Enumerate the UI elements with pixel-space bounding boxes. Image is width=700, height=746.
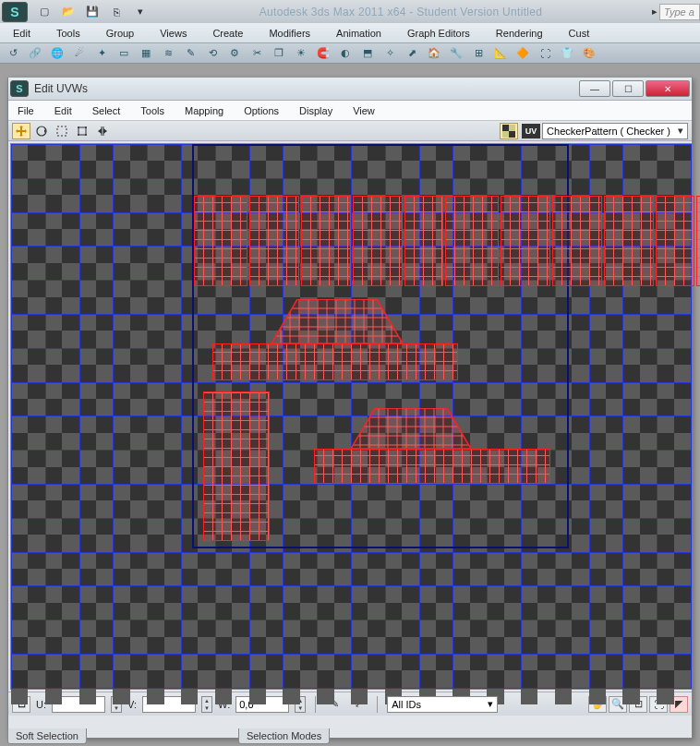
uv-island[interactable]: [604, 196, 654, 286]
maximize-button[interactable]: ☐: [612, 80, 644, 97]
tool-icon[interactable]: ⬈: [403, 45, 421, 62]
soft-selection-tab[interactable]: Soft Selection: [7, 728, 87, 744]
uv-canvas[interactable]: [10, 143, 692, 690]
move-icon[interactable]: [12, 123, 30, 139]
tool-icon[interactable]: 🎨: [580, 45, 598, 62]
save-icon[interactable]: 💾: [81, 3, 103, 21]
svg-rect-9: [509, 131, 515, 138]
uvw-menu: File Edit Select Tools Mapping Options D…: [8, 101, 692, 121]
uv-island[interactable]: [203, 391, 270, 541]
tool-icon[interactable]: ⊞: [469, 45, 488, 62]
tool-icon[interactable]: ☀: [292, 45, 310, 62]
uv-island[interactable]: [194, 196, 247, 286]
app-title: Autodesk 3ds Max 2011 x64 - Student Vers…: [151, 6, 650, 18]
svg-point-4: [85, 126, 87, 128]
tool-icon[interactable]: ⛶: [536, 45, 554, 62]
uvw-menu-display[interactable]: Display: [299, 105, 332, 116]
uv-island[interactable]: [656, 196, 694, 286]
quick-access-toolbar: ▢ 📂 💾 ⎘ ▾: [33, 3, 151, 21]
edit-uvws-window: S Edit UVWs — ☐ ✕ File Edit Select Tools…: [7, 78, 693, 739]
uvw-menu-file[interactable]: File: [18, 105, 34, 116]
tool-icon[interactable]: ❐: [270, 45, 288, 62]
tool-icon[interactable]: ↺: [4, 45, 22, 62]
tool-icon[interactable]: 👕: [558, 45, 576, 62]
uvw-menu-mapping[interactable]: Mapping: [185, 105, 223, 116]
search-input[interactable]: Type a: [659, 4, 700, 20]
uv-island[interactable]: [696, 196, 700, 286]
uv-island[interactable]: [353, 196, 403, 286]
tool-icon[interactable]: ✦: [92, 45, 111, 62]
svg-marker-11: [272, 299, 403, 343]
uv-island[interactable]: [301, 196, 351, 286]
tool-icon[interactable]: ▦: [137, 45, 155, 62]
uv-island[interactable]: [249, 196, 299, 286]
menu-modifiers[interactable]: Modifiers: [269, 28, 310, 39]
tool-icon[interactable]: ✎: [181, 45, 199, 62]
tool-icon[interactable]: ◐: [336, 45, 355, 62]
qat-dropdown-icon[interactable]: ▾: [129, 3, 151, 21]
tool-icon[interactable]: 📐: [491, 45, 510, 62]
v-spinner[interactable]: ▲▼: [201, 696, 212, 713]
new-file-icon[interactable]: ▢: [33, 3, 55, 21]
rotate-icon[interactable]: [32, 123, 51, 139]
svg-point-5: [78, 134, 79, 136]
tool-icon[interactable]: ✧: [380, 45, 399, 62]
uv-island[interactable]: [212, 343, 458, 380]
svg-point-3: [78, 126, 79, 128]
uvw-menu-edit[interactable]: Edit: [54, 105, 72, 116]
open-icon[interactable]: 📂: [57, 3, 79, 21]
uv-island[interactable]: [501, 196, 550, 286]
uv-island[interactable]: [314, 449, 550, 484]
uv-island[interactable]: [552, 196, 602, 286]
bottom-panels: Soft Selection Selection Modes: [7, 728, 330, 744]
tool-icon[interactable]: 🌐: [48, 45, 66, 62]
minimize-button[interactable]: —: [579, 80, 610, 97]
uvw-titlebar[interactable]: S Edit UVWs — ☐ ✕: [8, 78, 692, 101]
uvw-menu-select[interactable]: Select: [92, 105, 121, 116]
uv-island[interactable]: [272, 299, 403, 343]
app-titlebar: S ▢ 📂 💾 ⎘ ▾ Autodesk 3ds Max 2011 x64 - …: [0, 0, 700, 23]
tool-icon[interactable]: ⟲: [203, 45, 222, 62]
tool-icon[interactable]: ✂: [247, 45, 266, 62]
svg-marker-13: [351, 408, 471, 449]
uvw-menu-tools[interactable]: Tools: [140, 105, 164, 116]
svg-point-6: [85, 134, 87, 136]
tool-icon[interactable]: ▭: [115, 45, 133, 62]
tool-icon[interactable]: 🏠: [425, 45, 443, 62]
uvw-menu-options[interactable]: Options: [244, 105, 279, 116]
main-menu: Edit Tools Group Views Create Modifiers …: [0, 23, 700, 43]
menu-views[interactable]: Views: [160, 28, 187, 39]
save-config-icon[interactable]: ⎘: [105, 3, 127, 21]
uv-island[interactable]: [351, 408, 471, 449]
tool-icon[interactable]: 🔧: [447, 45, 465, 62]
menu-edit[interactable]: Edit: [13, 28, 30, 39]
texture-dropdown[interactable]: CheckerPattern ( Checker ): [542, 123, 688, 139]
uv-island[interactable]: [404, 196, 443, 286]
menu-create[interactable]: Create: [212, 28, 243, 39]
selection-modes-tab[interactable]: Selection Modes: [238, 728, 330, 744]
tool-icon[interactable]: ⚙: [225, 45, 244, 62]
tool-icon[interactable]: 🧲: [314, 45, 332, 62]
menu-rendering[interactable]: Rendering: [496, 28, 543, 39]
menu-group[interactable]: Group: [106, 28, 135, 39]
tool-icon[interactable]: 🔶: [513, 45, 532, 62]
freeform-icon[interactable]: [73, 123, 91, 139]
tool-icon[interactable]: 🔗: [26, 45, 44, 62]
close-button[interactable]: ✕: [646, 80, 690, 97]
app-icon[interactable]: S: [2, 2, 28, 22]
menu-graph-editors[interactable]: Graph Editors: [407, 28, 470, 39]
mirror-icon[interactable]: [93, 123, 112, 139]
scale-icon[interactable]: [53, 123, 71, 139]
checker-icon[interactable]: [500, 123, 518, 139]
tool-icon[interactable]: ⬒: [358, 45, 377, 62]
menu-animation[interactable]: Animation: [336, 28, 381, 39]
menu-customize[interactable]: Cust: [569, 28, 590, 39]
uv-island[interactable]: [445, 196, 499, 286]
uvw-menu-view[interactable]: View: [353, 105, 375, 116]
tool-icon[interactable]: ≋: [159, 45, 177, 62]
tool-icon[interactable]: ☄: [70, 45, 89, 62]
ids-dropdown[interactable]: All IDs: [387, 696, 498, 713]
menu-tools[interactable]: Tools: [56, 28, 80, 39]
uvw-toolbar: UV CheckerPattern ( Checker ): [8, 121, 692, 141]
title-caret-icon[interactable]: ▸: [650, 6, 659, 18]
